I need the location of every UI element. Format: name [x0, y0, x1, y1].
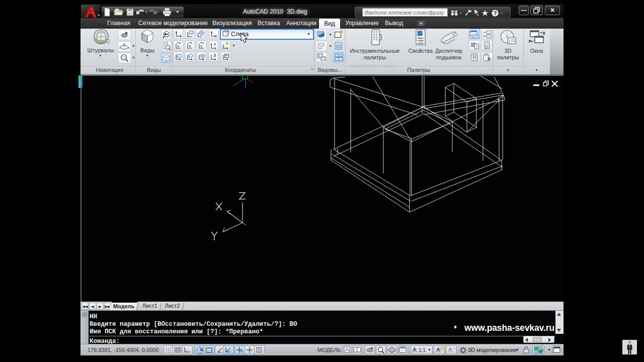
svg-text:?: ? — [494, 10, 497, 16]
svg-text:z: z — [214, 42, 216, 46]
svg-text:x: x — [178, 44, 180, 48]
svg-text:v: v — [189, 44, 191, 48]
svg-text:z: z — [201, 44, 203, 48]
svg-text:3: 3 — [213, 53, 216, 58]
